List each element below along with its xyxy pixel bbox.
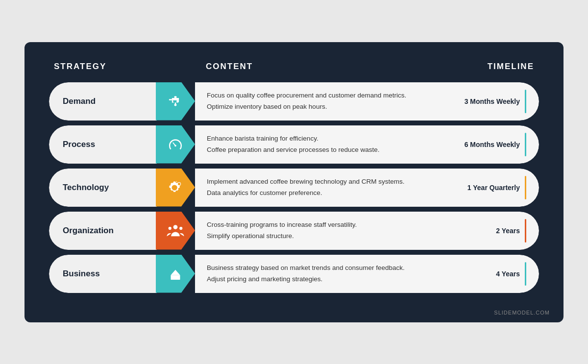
timeline-business: 4 Years (443, 255, 539, 293)
timeline-text-organization: 2 Years (496, 227, 520, 235)
timeline-organization: 2 Years (443, 212, 539, 250)
header-timeline: TIMELINE (436, 62, 534, 72)
svg-point-9 (169, 226, 172, 229)
svg-rect-2 (175, 102, 176, 105)
strategy-organization: Organization (49, 212, 157, 250)
content-text-process: Enhance barista training for efficiency.… (207, 133, 379, 155)
strategy-business: Business (49, 255, 157, 293)
svg-rect-12 (172, 276, 173, 279)
row-organization: Organization Cross-training programs to … (49, 212, 539, 250)
watermark: SLIDEMODEL.COM (494, 310, 550, 315)
svg-rect-17 (177, 272, 178, 274)
svg-rect-0 (174, 96, 177, 98)
svg-point-10 (179, 226, 182, 229)
svg-rect-15 (174, 271, 177, 273)
strategy-label-process: Process (63, 140, 95, 149)
svg-rect-13 (175, 276, 176, 279)
timeline-line-process (525, 133, 526, 156)
content-text-demand: Focus on quality coffee procurement and … (207, 90, 406, 112)
content-text-business: Business strategy based on market trends… (207, 263, 405, 285)
svg-point-8 (173, 225, 178, 229)
icon-business (156, 255, 195, 293)
strategy-process: Process (49, 125, 157, 164)
svg-point-4 (174, 145, 176, 146)
row-technology: Technology Implement advanced coffee bre… (49, 169, 539, 207)
svg-point-7 (178, 183, 180, 185)
rows-container: Demand Focus on quality coffee procureme… (49, 82, 539, 293)
timeline-line-demand (525, 90, 526, 113)
slide: STRATEGY CONTENT TIMELINE Demand Focus o… (24, 42, 564, 322)
row-process: Process Enhance barista training for eff… (49, 125, 539, 164)
timeline-line-technology (525, 176, 526, 199)
header-strategy: STRATEGY (54, 62, 172, 72)
timeline-technology: 1 Year Quarterly (443, 169, 539, 207)
content-technology: Implement advanced coffee brewing techno… (195, 169, 443, 207)
timeline-text-technology: 1 Year Quarterly (467, 184, 520, 192)
content-business: Business strategy based on market trends… (195, 255, 443, 293)
timeline-demand: 3 Months Weekly (443, 82, 539, 121)
content-text-technology: Implement advanced coffee brewing techno… (207, 176, 404, 198)
content-demand: Focus on quality coffee procurement and … (195, 82, 443, 121)
timeline-line-business (525, 262, 526, 286)
icon-process (156, 125, 195, 164)
timeline-process: 6 Months Weekly (443, 125, 539, 164)
row-demand: Demand Focus on quality coffee procureme… (49, 82, 539, 121)
icon-demand (156, 82, 195, 121)
timeline-line-organization (525, 219, 526, 243)
strategy-technology: Technology (49, 169, 157, 207)
timeline-text-business: 4 Years (496, 270, 520, 278)
strategy-label-demand: Demand (63, 97, 96, 106)
icon-technology (156, 169, 195, 207)
svg-point-5 (174, 186, 177, 189)
icon-organization (156, 212, 195, 250)
content-text-organization: Cross-training programs to increase staf… (207, 219, 357, 242)
content-process: Enhance barista training for efficiency.… (195, 125, 443, 164)
timeline-text-demand: 3 Months Weekly (465, 97, 520, 105)
strategy-label-organization: Organization (63, 226, 114, 236)
svg-rect-14 (177, 276, 179, 279)
timeline-text-process: 6 Months Weekly (465, 141, 520, 148)
strategy-label-technology: Technology (63, 183, 109, 193)
content-organization: Cross-training programs to increase staf… (195, 212, 443, 250)
strategy-label-business: Business (63, 269, 100, 279)
svg-rect-16 (172, 272, 174, 274)
row-business: Business Business strategy based on mark… (49, 255, 539, 293)
header-content: CONTENT (172, 62, 436, 72)
strategy-demand: Demand (49, 82, 157, 121)
